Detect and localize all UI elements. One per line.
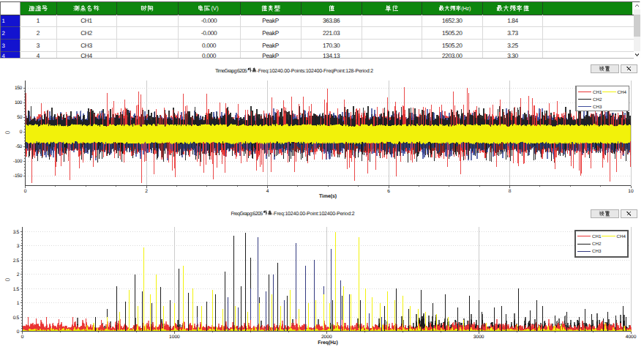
svg-text:10: 10 <box>628 189 634 194</box>
svg-text:170.30: 170.30 <box>323 42 340 49</box>
svg-text:-Freq:10240.00-Point:102400-Pe: -Freq:10240.00-Point:102400-Period:2 <box>272 211 355 217</box>
svg-text:1652.30: 1652.30 <box>442 17 463 24</box>
svg-text:-Freq:10240.00-Points:102400-F: -Freq:10240.00-Points:102400-FreqPoint:1… <box>257 68 374 74</box>
svg-text:PeakP: PeakP <box>262 42 280 49</box>
svg-text:150: 150 <box>15 86 23 91</box>
svg-text:2: 2 <box>37 29 40 37</box>
svg-text:0: 0 <box>24 189 27 194</box>
svg-text:2203.00: 2203.00 <box>442 52 463 59</box>
svg-text:CH2: CH2 <box>592 242 602 247</box>
svg-text:-0.000: -0.000 <box>201 17 217 24</box>
svg-text:CH4: CH4 <box>80 52 92 59</box>
svg-text:1505.20: 1505.20 <box>442 42 463 49</box>
svg-text:(): () <box>5 278 10 281</box>
svg-text:PeakP: PeakP <box>262 17 280 24</box>
svg-text:Time(s): Time(s) <box>319 194 337 199</box>
svg-text:3.30: 3.30 <box>507 52 518 59</box>
svg-text:50: 50 <box>17 115 22 120</box>
svg-text:2.5: 2.5 <box>13 258 20 264</box>
svg-text:1505.20: 1505.20 <box>442 29 463 37</box>
svg-text:2000: 2000 <box>321 335 332 340</box>
svg-text:0.000: 0.000 <box>202 52 217 59</box>
svg-text:1: 1 <box>37 17 40 24</box>
svg-text:PeakP: PeakP <box>262 52 280 59</box>
svg-text:CH1: CH1 <box>592 234 602 239</box>
svg-text:FreqGrapg:6205: FreqGrapg:6205 <box>231 212 263 217</box>
svg-text:6: 6 <box>387 189 390 194</box>
svg-text:(): () <box>5 131 10 134</box>
svg-text:4: 4 <box>37 52 40 59</box>
svg-text:363.86: 363.86 <box>323 17 340 24</box>
svg-text:(Hz): (Hz) <box>461 5 471 12</box>
svg-text:CH1: CH1 <box>593 90 602 95</box>
svg-text:PeakP: PeakP <box>262 29 280 37</box>
svg-text:3: 3 <box>2 42 5 49</box>
svg-text:CH2: CH2 <box>593 97 602 102</box>
svg-text:-50: -50 <box>15 144 22 149</box>
svg-text:CH3: CH3 <box>592 249 602 254</box>
svg-text:0.000: 0.000 <box>202 42 217 49</box>
svg-text:(V): (V) <box>211 5 219 12</box>
svg-text:CH4: CH4 <box>617 234 626 239</box>
svg-text:3.5: 3.5 <box>13 230 20 235</box>
svg-text:3.25: 3.25 <box>507 42 518 49</box>
svg-text:1.5: 1.5 <box>13 287 20 292</box>
svg-text:2: 2 <box>2 30 5 37</box>
svg-text:2: 2 <box>145 189 148 194</box>
svg-text:8: 8 <box>509 189 512 194</box>
svg-text:-150: -150 <box>13 174 23 179</box>
svg-text:0: 0 <box>21 335 24 340</box>
svg-text:CH3: CH3 <box>593 105 602 110</box>
svg-text:CH4: CH4 <box>618 90 627 95</box>
svg-text:4000: 4000 <box>626 335 637 340</box>
svg-text:134.13: 134.13 <box>323 52 340 59</box>
svg-text:3000: 3000 <box>473 335 484 340</box>
svg-text:CH1: CH1 <box>80 17 92 24</box>
svg-text:3.73: 3.73 <box>507 29 518 37</box>
svg-text:Freq(Hz): Freq(Hz) <box>318 340 338 346</box>
svg-text:1000: 1000 <box>169 335 180 340</box>
svg-text:0.5: 0.5 <box>13 316 20 321</box>
svg-text:CH3: CH3 <box>80 42 92 49</box>
svg-text:3: 3 <box>37 42 40 49</box>
svg-text:100: 100 <box>15 100 23 105</box>
svg-text:1.84: 1.84 <box>507 17 518 24</box>
svg-text:TimeGrapg:6205: TimeGrapg:6205 <box>215 68 247 74</box>
svg-text:221.03: 221.03 <box>323 29 340 37</box>
svg-text:CH2: CH2 <box>80 29 92 37</box>
svg-text:-0.000: -0.000 <box>201 29 217 37</box>
svg-text:4: 4 <box>266 189 269 194</box>
svg-text:1: 1 <box>2 18 5 24</box>
svg-text:-100: -100 <box>13 159 23 164</box>
